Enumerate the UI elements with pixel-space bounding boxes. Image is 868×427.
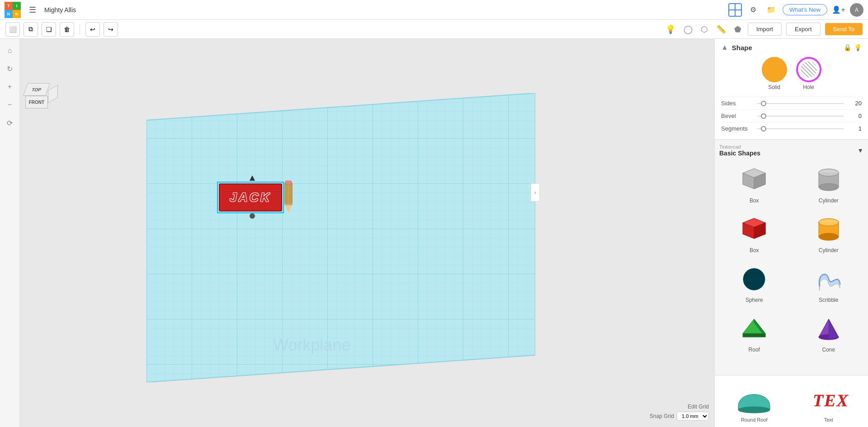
app-title: Mighty Allis: [44, 6, 76, 14]
copy-button[interactable]: ⧉: [24, 22, 38, 37]
home-nav-icon[interactable]: ⌂: [3, 43, 17, 58]
shape-panel-title: Shape: [732, 44, 844, 52]
shape-name-box-red: Box: [750, 247, 759, 253]
shape-item-cone[interactable]: Cone: [794, 310, 864, 356]
zoom-in-icon[interactable]: +: [3, 80, 17, 94]
solid-option[interactable]: Solid: [762, 57, 787, 90]
shape-thumb-sphere: [736, 263, 772, 295]
new-object-button[interactable]: ⬜: [5, 22, 20, 37]
logo-i: I: [13, 2, 21, 10]
send-to-button[interactable]: Send To: [825, 23, 863, 35]
main-area: ⌂ ↻ + − ⟳ TOP FRONT: [0, 39, 868, 427]
shape-item-sphere[interactable]: Sphere: [719, 261, 789, 306]
shape-item-round-roof[interactable]: Round Roof: [719, 378, 789, 424]
bulb-icon[interactable]: 💡: [854, 44, 862, 51]
shape-panel-header: ▲ Shape 🔒 💡: [721, 43, 862, 52]
svg-point-42: [738, 407, 770, 413]
folder-icon[interactable]: 📁: [764, 3, 778, 17]
perspective-icon[interactable]: ⟳: [3, 116, 17, 130]
edit-grid-button[interactable]: Edit Grid: [688, 404, 709, 410]
bevel-slider-handle[interactable]: [761, 113, 766, 119]
shape-name-cylinder-orange: Cylinder: [819, 247, 839, 253]
undo-button[interactable]: ↩: [85, 22, 100, 37]
lock-icon[interactable]: 🔒: [844, 44, 851, 51]
grid-view-button[interactable]: [728, 3, 742, 17]
shape-item-cylinder-orange[interactable]: Cylinder: [794, 211, 864, 256]
right-panel: ▲ Shape 🔒 💡 Solid Hole: [714, 39, 868, 427]
shape-item-box-red[interactable]: Box: [719, 211, 789, 256]
svg-marker-2: [146, 93, 535, 382]
shape-thumb-scribble: [811, 263, 847, 295]
library-brand-title: Tinkercad Basic Shapes: [719, 144, 760, 157]
shape-item-text[interactable]: TEXTTEXT Text: [794, 378, 864, 424]
delete-button[interactable]: 🗑: [60, 22, 74, 37]
canvas-area[interactable]: TOP FRONT: [20, 39, 714, 427]
segments-slider[interactable]: [757, 128, 844, 129]
view-cube-front[interactable]: FRONT: [25, 96, 48, 108]
logo-n: N: [5, 10, 13, 18]
snap-grid-row: Snap Grid 1.0 mm 0.5 mm 0.1 mm 2.0 mm: [650, 412, 709, 421]
sides-label: Sides: [721, 100, 757, 107]
duplicate-button[interactable]: ❑: [42, 22, 56, 37]
shape-thumb-cylinder-orange: [811, 214, 847, 245]
workplane-grid: [146, 93, 535, 382]
shape-name-sphere: Sphere: [745, 297, 763, 303]
shape-thumb-cone: [811, 313, 847, 345]
box-tool-icon[interactable]: ⬡: [699, 23, 710, 36]
zoom-out-icon[interactable]: −: [3, 98, 17, 112]
hole-label: Hole: [803, 84, 814, 90]
sides-slider[interactable]: [757, 103, 844, 104]
panel-chevron[interactable]: ›: [531, 183, 540, 202]
export-button[interactable]: Export: [786, 23, 821, 36]
svg-point-31: [819, 219, 839, 226]
shape-thumb-box-grey: [736, 164, 772, 196]
svg-point-22: [819, 169, 839, 176]
hamburger-icon[interactable]: ☰: [25, 3, 40, 17]
svg-rect-7: [285, 203, 292, 205]
svg-marker-5: [285, 205, 292, 212]
user-avatar[interactable]: A: [850, 3, 863, 17]
library-header: Tinkercad Basic Shapes ▼: [719, 144, 863, 157]
svg-point-28: [819, 233, 839, 240]
view-cube-side[interactable]: [48, 85, 58, 103]
shape-name-round-roof: Round Roof: [741, 417, 768, 422]
grid-controls: Edit Grid Snap Grid 1.0 mm 0.5 mm 0.1 mm…: [650, 404, 709, 421]
segments-row: Segments 1: [721, 122, 862, 135]
shape-tool-icon[interactable]: ◯: [682, 23, 694, 36]
snap-grid-select[interactable]: 1.0 mm 0.5 mm 0.1 mm 2.0 mm: [677, 412, 709, 421]
hole-option[interactable]: Hole: [796, 57, 821, 90]
shape-item-cylinder-grey[interactable]: Cylinder: [794, 161, 864, 206]
top-bar: T I N K ☰ Mighty Allis ⚙ 📁 What's New 👤+…: [0, 0, 868, 20]
jack-nameplate-object[interactable]: JACK: [219, 179, 296, 215]
shape-collapse-icon[interactable]: ▲: [721, 43, 728, 52]
import-button[interactable]: Import: [748, 23, 782, 36]
shape-item-scribble[interactable]: Scribble: [794, 261, 864, 306]
tools-icon[interactable]: ⚙: [746, 3, 760, 17]
shape-name-cone: Cone: [822, 347, 835, 353]
shapes-grid: Box Cylinder Box: [719, 161, 863, 356]
toolbar-separator: [80, 24, 80, 35]
view-cube[interactable]: TOP FRONT: [25, 83, 58, 116]
bevel-row: Bevel 0: [721, 109, 862, 122]
segments-value: 1: [844, 125, 862, 132]
shape-item-roof[interactable]: Roof: [719, 310, 789, 356]
logo-t: T: [5, 2, 13, 10]
measure-icon[interactable]: 📏: [714, 23, 728, 36]
svg-point-35: [743, 268, 765, 290]
view-cube-top[interactable]: TOP: [23, 83, 50, 96]
whats-new-button[interactable]: What's New: [783, 4, 827, 15]
light-icon[interactable]: 💡: [664, 23, 677, 36]
bevel-slider[interactable]: [757, 116, 844, 117]
add-user-icon[interactable]: 👤+: [832, 3, 845, 17]
rotate-handle-bottom[interactable]: [250, 213, 255, 219]
logo-k: K: [13, 10, 21, 18]
shape-thumb-cylinder-grey: [811, 164, 847, 196]
redo-button[interactable]: ↪: [104, 22, 118, 37]
shape-item-box-grey[interactable]: Box: [719, 161, 789, 206]
sides-slider-handle[interactable]: [761, 101, 766, 106]
library-dropdown-icon[interactable]: ▼: [857, 147, 863, 154]
mirror-icon[interactable]: ⬟: [732, 23, 743, 36]
tinkercad-logo[interactable]: T I N K: [5, 2, 21, 18]
rotate-nav-icon[interactable]: ↻: [3, 61, 17, 76]
segments-slider-handle[interactable]: [761, 126, 766, 131]
